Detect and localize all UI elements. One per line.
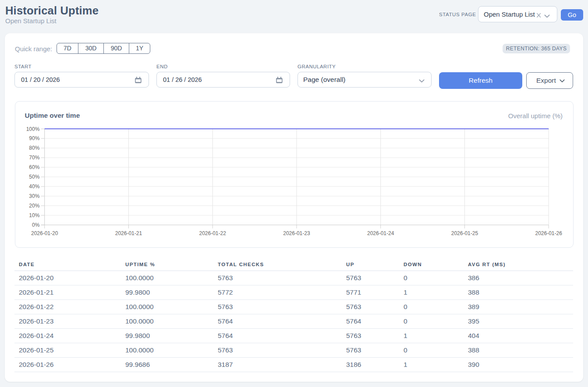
svg-text:2026-01-24: 2026-01-24 — [367, 230, 394, 236]
svg-text:2026-01-22: 2026-01-22 — [199, 230, 227, 236]
svg-text:100%: 100% — [26, 126, 40, 132]
svg-text:10%: 10% — [29, 212, 39, 218]
svg-text:60%: 60% — [29, 164, 39, 170]
svg-text:2026-01-26: 2026-01-26 — [535, 230, 563, 236]
svg-text:2026-01-21: 2026-01-21 — [115, 230, 142, 236]
svg-text:50%: 50% — [29, 174, 39, 180]
svg-text:20%: 20% — [29, 203, 39, 209]
svg-text:40%: 40% — [29, 183, 39, 190]
svg-text:2026-01-25: 2026-01-25 — [451, 230, 478, 236]
svg-text:2026-01-23: 2026-01-23 — [283, 230, 310, 236]
svg-text:0%: 0% — [32, 222, 40, 228]
svg-text:80%: 80% — [29, 145, 39, 151]
svg-text:2026-01-20: 2026-01-20 — [31, 230, 58, 236]
svg-text:90%: 90% — [29, 135, 39, 141]
svg-text:30%: 30% — [29, 193, 39, 199]
svg-text:70%: 70% — [29, 155, 39, 161]
